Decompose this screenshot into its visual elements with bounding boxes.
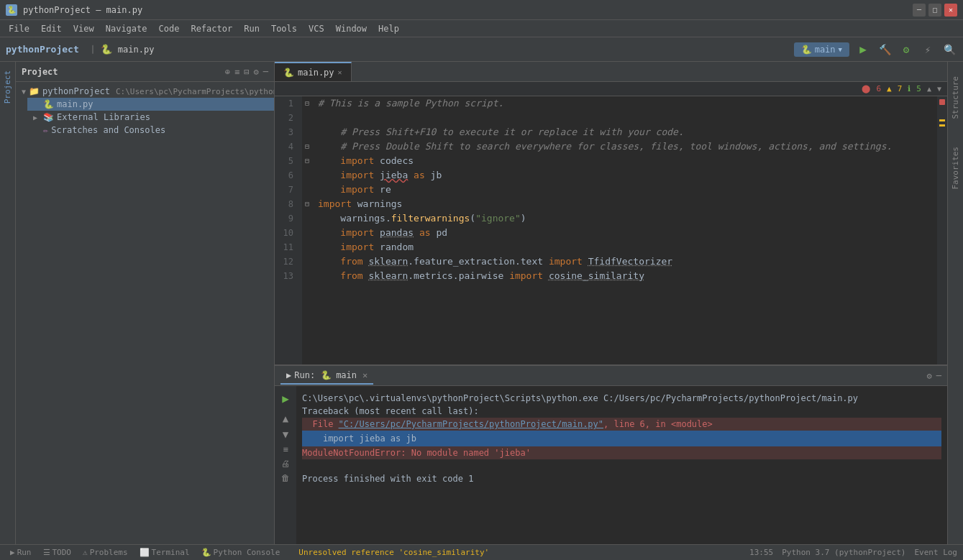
run-tab-config-icon: 🐍 — [321, 370, 332, 380]
tree-item-mainpy[interactable]: 🐍 main.py — [27, 98, 274, 111]
fold-4[interactable]: ⊟ — [302, 139, 312, 154]
maximize-button[interactable]: □ — [928, 4, 941, 17]
line-num-5: 5 — [275, 154, 298, 168]
status-terminal-label: Terminal — [152, 548, 190, 557]
bottom-tab-run[interactable]: ▶ Run: 🐍 main ✕ — [280, 367, 373, 385]
line-num-6: 6 — [275, 168, 298, 183]
menu-navigate[interactable]: Navigate — [100, 22, 153, 35]
run-output-line-2: Traceback (most recent call last): — [302, 405, 941, 418]
menu-refactor[interactable]: Refactor — [185, 22, 238, 35]
menu-vcs[interactable]: VCS — [303, 22, 330, 35]
error-count: 6 — [876, 84, 881, 93]
status-event-log[interactable]: Event Log — [914, 548, 957, 557]
run-panel: ▶ ▲ ▼ ≡ 🖨 🗑 C:\Users\pc\.virtualenvs\pyt… — [275, 386, 947, 544]
code-line-10: import pandas as pd — [318, 226, 931, 240]
code-line-4: # Press Double Shift to search everywher… — [318, 139, 931, 154]
menu-window[interactable]: Window — [330, 22, 373, 35]
scroll-up-run-button[interactable]: ▲ — [283, 413, 288, 424]
structure-label[interactable]: Structure — [948, 73, 963, 122]
fold-1[interactable]: ⊟ — [302, 96, 312, 111]
status-warning-text: Unresolved reference 'cosine_similarity' — [298, 548, 489, 557]
favorites-label[interactable]: Favorites — [948, 144, 963, 193]
editor-info-bar: ⬤ 6 ▲ 7 ℹ 5 ▲ ▼ — [275, 82, 947, 96]
status-right: 13:55 Python 3.7 (pythonProject) Event L… — [749, 548, 957, 557]
status-python-version[interactable]: Python 3.7 (pythonProject) — [782, 548, 905, 557]
status-python-console-tab[interactable]: 🐍 Python Console — [197, 548, 285, 557]
run-button[interactable]: ▶ — [855, 42, 871, 58]
tab-close-button[interactable]: ✕ — [338, 68, 342, 76]
project-panel-controls: ⊕ ≡ ⊟ ⚙ ─ — [225, 67, 268, 77]
status-python-console-label: Python Console — [214, 548, 280, 557]
minimize-button[interactable]: ─ — [913, 4, 926, 17]
menu-help[interactable]: Help — [373, 22, 405, 35]
run-output-line-7: Process finished with exit code 1 — [302, 472, 941, 485]
warning-count: 7 — [898, 84, 903, 93]
status-terminal-tab[interactable]: ⬜ Terminal — [135, 548, 194, 557]
error-count-icon: ⬤ — [862, 84, 870, 93]
soft-wrap-button[interactable]: ≡ — [283, 444, 288, 454]
status-run-tab[interactable]: ▶ Run — [6, 548, 36, 557]
debug-resume-button[interactable]: ⚙ — [898, 42, 914, 58]
project-settings-button[interactable]: ⚙ — [254, 67, 259, 77]
fold-7-empty — [302, 183, 312, 197]
warning-icon: ▲ — [887, 84, 892, 93]
right-vertical-labels: Structure Favorites — [947, 62, 963, 544]
python-file-icon: 🐍 — [43, 99, 54, 109]
bottom-settings-button[interactable]: ⚙ — [927, 371, 932, 381]
run-config-arrow: ▼ — [839, 46, 842, 53]
run-output-line-3: File "C:/Users/pc/PycharmProjects/python… — [302, 418, 941, 431]
close-button[interactable]: ✕ — [944, 4, 957, 17]
run-tab-close[interactable]: ✕ — [362, 370, 368, 380]
status-todo-tab[interactable]: ☰ TODO — [39, 548, 76, 557]
scroll-down-button[interactable]: ▼ — [937, 85, 941, 93]
status-problems-tab[interactable]: ⚠ Problems — [78, 548, 132, 557]
tree-item-pythonproject[interactable]: ▼ 📁 pythonProject C:\Users\pc\PycharmPro… — [16, 85, 274, 98]
menu-view[interactable]: View — [68, 22, 100, 35]
clear-button[interactable]: 🗑 — [281, 473, 290, 483]
project-panel-title: Project — [22, 67, 58, 77]
external-libraries-icon: 📚 — [43, 112, 54, 122]
scroll-down-run-button[interactable]: ▼ — [283, 428, 288, 440]
status-left: ▶ Run ☰ TODO ⚠ Problems ⬜ Terminal 🐍 Pyt… — [6, 548, 741, 557]
menu-edit[interactable]: Edit — [35, 22, 68, 35]
run-error-link[interactable]: "C:/Users/pc/PycharmProjects/pythonProje… — [339, 419, 603, 429]
code-line-7: import re — [318, 183, 931, 197]
code-line-13: from sklearn.metrics.pairwise import cos… — [318, 269, 931, 283]
bottom-panel: ▶ Run: 🐍 main ✕ ⚙ ─ ▶ ▲ ▼ ≡ — [275, 364, 947, 544]
status-terminal-icon: ⬜ — [140, 548, 150, 557]
rerun-button[interactable]: ▶ — [282, 392, 289, 405]
file-name-toolbar: main.py — [118, 45, 155, 55]
warning-stripe-mark — [939, 119, 945, 121]
profile-button[interactable]: ⚡ — [920, 42, 936, 58]
menu-run[interactable]: Run — [238, 22, 265, 35]
menu-code[interactable]: Code — [153, 22, 186, 35]
fold-5[interactable]: ⊟ — [302, 154, 312, 168]
fold-2-empty — [302, 111, 312, 125]
fold-8[interactable]: ⊟ — [302, 197, 312, 211]
line-num-9: 9 — [275, 211, 298, 226]
editor-content[interactable]: # This is a sample Python script. # Pres… — [312, 96, 937, 364]
tree-item-external-libraries[interactable]: ▶ 📚 External Libraries — [27, 111, 274, 124]
sidebar-label-project[interactable]: Project — [1, 68, 14, 106]
status-run-label: Run — [17, 548, 32, 557]
line-num-7: 7 — [275, 183, 298, 197]
menu-file[interactable]: File — [3, 22, 35, 35]
add-content-root-button[interactable]: ⊕ — [225, 67, 230, 77]
tab-mainpy[interactable]: 🐍 main.py ✕ — [275, 62, 352, 81]
collapse-all-button[interactable]: ≡ — [234, 67, 239, 77]
close-panel-button[interactable]: ─ — [263, 67, 268, 77]
tree-item-scratches[interactable]: ✏ Scratches and Consoles — [27, 124, 274, 137]
expand-all-button[interactable]: ⊟ — [244, 67, 249, 77]
print-button[interactable]: 🖨 — [281, 459, 290, 469]
editor-gutter-wrapper: 1 2 3 4 5 6 7 8 9 10 11 12 13 ⊟ ⊟ ⊟ — [275, 96, 947, 364]
title-text: pythonProject – main.py — [23, 5, 907, 15]
project-panel: Project ⊕ ≡ ⊟ ⚙ ─ ▼ 📁 pythonProject C:\U… — [16, 62, 275, 544]
run-config-selector[interactable]: 🐍 main ▼ — [794, 42, 849, 57]
scroll-up-button[interactable]: ▲ — [927, 85, 931, 93]
build-button[interactable]: 🔨 — [877, 42, 893, 58]
code-line-6: import jieba as jb — [318, 168, 931, 183]
search-everywhere-button[interactable]: 🔍 — [941, 42, 957, 58]
editor-tabs: 🐍 main.py ✕ — [275, 62, 947, 82]
bottom-minimize-button[interactable]: ─ — [936, 371, 941, 381]
menu-tools[interactable]: Tools — [265, 22, 303, 35]
